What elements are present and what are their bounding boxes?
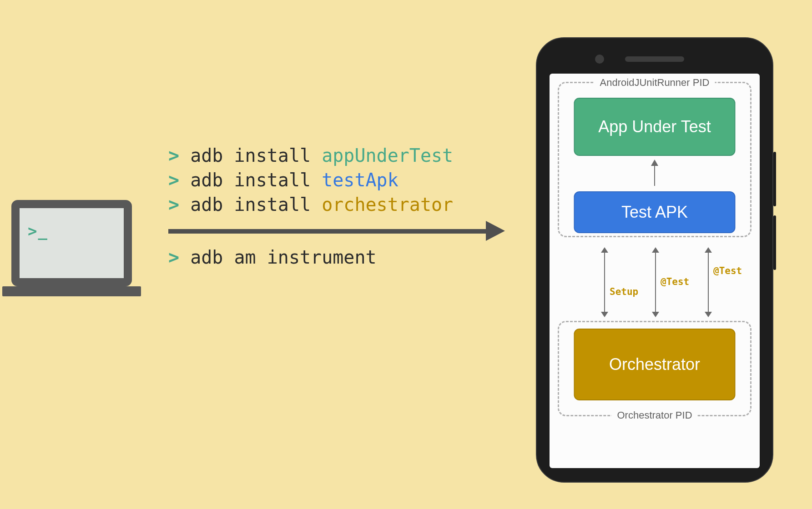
cmd-am-instrument: > adb am instrument [168,245,453,269]
block-app-under-test: App Under Test [574,98,736,156]
arrow-setup: Setup [604,248,605,316]
block-orchestrator: Orchestrator [574,329,736,400]
phone-speaker [625,56,684,62]
cmd-install-orchestrator: > adb install orchestrator [168,192,453,217]
group-top-label: AndroidJUnitRunner PID [595,77,715,89]
terminal-commands: > adb install appUnderTest > adb install… [168,143,453,269]
arrow-head-icon [486,221,505,241]
arrow-test-2: @Test [708,248,709,316]
label-setup: Setup [608,285,640,298]
cmd-install-testapk: > adb install testApk [168,168,453,192]
terminal-prompt: >_ [28,222,48,240]
phone-device: AndroidJUnitRunner PID App Under Test Te… [536,37,773,483]
arrow-test-to-app [654,160,655,186]
label-test-2: @Test [711,264,744,277]
laptop-icon: >_ [11,200,141,296]
group-orchestrator: Orchestrator Orchestrator PID [558,321,751,416]
arrow-to-phone [168,229,487,234]
block-test-apk: Test APK [574,191,736,233]
arrow-test-1: @Test [655,248,656,316]
label-test-1: @Test [659,275,691,288]
group-androidjunitrunner: AndroidJUnitRunner PID App Under Test Te… [558,82,751,237]
phone-screen: AndroidJUnitRunner PID App Under Test Te… [550,74,760,468]
phone-camera-icon [595,55,604,64]
cmd-install-app: > adb install appUnderTest [168,143,453,168]
group-bot-label: Orchestrator PID [611,409,697,421]
